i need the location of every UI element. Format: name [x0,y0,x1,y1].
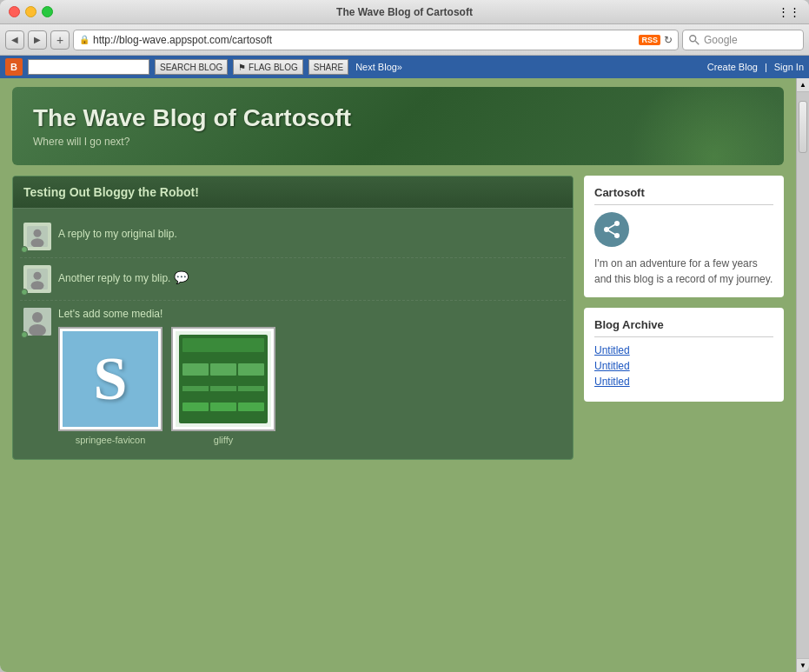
main-content: Testing Out Bloggy the Robot! [12,176,574,460]
title-bar: The Wave Blog of Cartosoft ⋮⋮ [0,0,809,24]
rss-badge[interactable]: RSS [639,35,660,45]
archive-link-1[interactable]: Untitled [594,344,773,356]
page-title: The Wave Blog of Cartosoft [336,6,473,18]
svg-line-14 [607,223,617,230]
create-blog-link[interactable]: Create Blog [707,62,758,72]
comment-text-2: Another reply to my blip. 💬 [58,265,189,284]
post-title: Testing Out Bloggy the Robot! [23,185,562,199]
google-logo: Google [704,34,738,46]
avatar-icon-2 [27,269,48,289]
comment-item-2: Another reply to my blip. 💬 [20,258,566,301]
search-icon [688,34,700,46]
sign-in-link[interactable]: Sign In [774,62,804,72]
online-indicator-1 [21,246,28,253]
share-button[interactable]: SHARE [308,59,348,75]
archive-link-3[interactable]: Untitled [594,376,773,388]
scroll-track [797,92,809,658]
new-tab-button[interactable]: + [50,30,70,50]
window-controls [9,6,53,17]
svg-point-6 [34,272,42,280]
share-icon [601,219,622,240]
springee-image: S [63,331,158,427]
address-text: http://blog-wave.appspot.com/cartosoft [93,34,635,46]
media-item-springee[interactable]: S springee-favicon [58,327,162,445]
browser-search[interactable]: Google [682,30,804,50]
blog-archive-card: Blog Archive Untitled Untitled Untitled [584,308,784,402]
back-button[interactable]: ◀ [5,30,24,50]
close-button[interactable] [9,6,20,17]
window-resize-icon: ⋮⋮ [778,5,800,18]
blog-archive-title: Blog Archive [594,318,773,337]
sidebar-user-card: Cartosoft I'm on an adventure for a few … [584,176,784,297]
address-icon: 🔒 [79,35,90,44]
sidebar-bio: I'm on an adventure for a few years and … [594,256,773,287]
scroll-up-button[interactable]: ▲ [797,78,809,92]
post-body: A reply to my original blip. [13,209,573,459]
media-label: Let's add some media! [58,308,275,320]
divider: | [765,62,767,72]
search-blog-button[interactable]: SEARCH BLOG [155,59,228,75]
avatar-1 [23,223,51,250]
blog-header: The Wave Blog of Cartosoft Where will I … [12,87,784,165]
avatar-2 [23,265,51,293]
media-avatar [23,308,51,336]
gliffy-image [176,331,271,427]
blogger-search-input[interactable] [28,59,149,75]
svg-line-15 [607,230,617,236]
media-content: Let's add some media! S [58,308,275,445]
media-items: S springee-favicon [58,327,275,445]
forward-button[interactable]: ▶ [28,30,47,50]
media-section: Let's add some media! S [20,301,566,452]
blog-title: The Wave Blog of Cartosoft [33,104,763,132]
springee-thumb: S [58,327,162,431]
next-blog-link[interactable]: Next Blog» [355,62,402,72]
online-indicator-2 [21,289,28,296]
sidebar-user-name: Cartosoft [594,186,773,205]
address-bar[interactable]: 🔒 http://blog-wave.appspot.com/cartosoft… [73,30,679,50]
reload-button[interactable]: ↻ [664,34,673,46]
media-avatar-icon [23,308,51,336]
flag-blog-button[interactable]: ⚑ FLAG BLOG [233,59,302,75]
springee-letter: S [94,344,128,414]
media-item-gliffy[interactable]: gliffy [171,327,275,445]
blogger-auth-links: Create Blog | Sign In [707,62,804,72]
scroll-down-button[interactable]: ▼ [797,658,809,672]
media2-label: gliffy [214,435,233,445]
comment-item-1: A reply to my original blip. [20,216,566,258]
svg-point-0 [690,35,696,41]
post-title-bar: Testing Out Bloggy the Robot! [13,176,573,209]
browser-toolbar: ◀ ▶ + 🔒 http://blog-wave.appspot.com/car… [0,24,809,56]
blogger-bar: B SEARCH BLOG ⚑ FLAG BLOG SHARE Next Blo… [0,56,809,78]
blog-subtitle: Where will I go next? [33,136,763,148]
scrollbar[interactable]: ▲ ▼ [796,78,809,672]
comment-text-1: A reply to my original blip. [58,223,177,240]
share-icon-container [594,212,629,247]
online-indicator-3 [21,331,28,338]
svg-point-3 [34,230,42,237]
maximize-button[interactable] [42,6,53,17]
avatar-icon-1 [27,226,48,247]
minimize-button[interactable] [25,6,36,17]
archive-link-2[interactable]: Untitled [594,360,773,372]
post-card: Testing Out Bloggy the Robot! [12,176,574,460]
blogger-icon: B [5,58,23,76]
media1-label: springee-favicon [76,435,146,445]
scroll-thumb[interactable] [799,101,807,153]
main-layout: Testing Out Bloggy the Robot! [12,176,784,460]
gliffy-thumb [171,327,275,431]
svg-line-1 [695,41,699,44]
svg-point-9 [32,312,43,323]
sidebar: Cartosoft I'm on an adventure for a few … [584,176,784,460]
